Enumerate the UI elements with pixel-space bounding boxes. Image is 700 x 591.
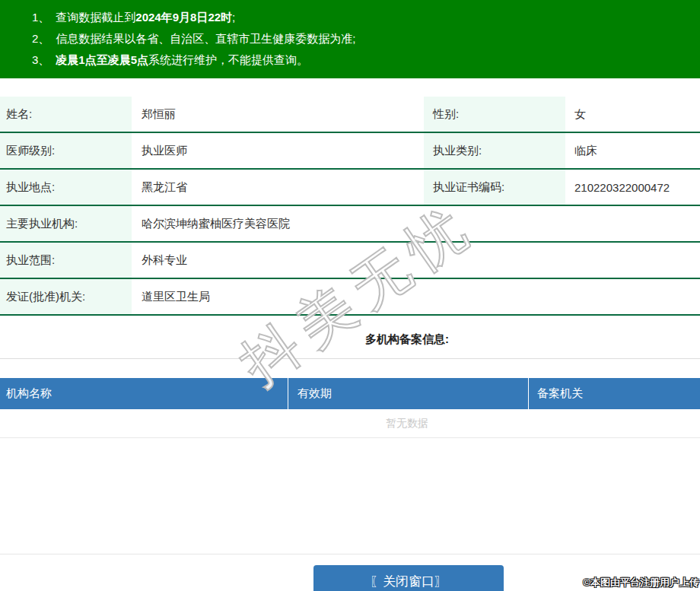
notice-line-bold-text: 凌晨1点至凌晨5点 — [56, 53, 148, 66]
table-row: 执业范围: 外科专业 — [0, 242, 700, 278]
notice-line-text: ; — [232, 11, 235, 24]
notice-panel: 1、查询数据截止到2024年9月8日22时; 2、信息数据结果以各省、自治区、直… — [0, 0, 700, 78]
notice-line-text: 系统进行维护，不能提供查询。 — [148, 53, 308, 66]
certificate-number-label: 执业证书编码: — [424, 169, 565, 205]
name-value: 郑恒丽 — [132, 97, 424, 132]
upload-stamp: ©本图由平台注册用户上传 — [583, 576, 699, 589]
table-row: 主要执业机构: 哈尔滨坤纳蜜柚医疗美容医院 — [0, 205, 700, 242]
filing-empty-text: 暂无数据 — [0, 409, 700, 438]
filing-col-institution: 机构名称 — [0, 378, 288, 409]
name-label: 姓名: — [0, 97, 132, 132]
filing-table-header: 机构名称 有效期 备案机关 — [0, 378, 700, 409]
divider — [0, 358, 700, 359]
notice-line-number: 2、 — [32, 32, 49, 45]
table-row: 姓名: 郑恒丽 性别: 女 — [0, 97, 700, 132]
practice-location-label: 执业地点: — [0, 169, 132, 205]
gender-label: 性别: — [424, 97, 565, 132]
divider — [0, 554, 700, 554]
issuing-authority-value: 道里区卫生局 — [132, 278, 700, 315]
gender-value: 女 — [565, 97, 700, 132]
notice-line-bold-text: 2024年9月8日22时 — [135, 11, 232, 24]
practice-type-label: 执业类别: — [424, 132, 565, 169]
practice-location-value: 黑龙江省 — [132, 169, 424, 205]
doctor-level-label: 医师级别: — [0, 132, 132, 169]
close-window-button[interactable]: 〖关闭窗口〗 — [313, 565, 504, 591]
practitioner-info-table: 姓名: 郑恒丽 性别: 女 医师级别: 执业医师 执业类别: 临床 执业地点: … — [0, 97, 700, 316]
practice-scope-label: 执业范围: — [0, 242, 132, 278]
table-row: 发证(批准)机关: 道里区卫生局 — [0, 278, 700, 315]
filing-section-title: 多机构备案信息: — [0, 332, 700, 347]
main-institution-label: 主要执业机构: — [0, 205, 132, 242]
filing-col-authority: 备案机关 — [528, 378, 700, 409]
notice-line-1: 1、查询数据截止到2024年9月8日22时; — [32, 7, 700, 28]
notice-line-number: 3、 — [32, 53, 49, 66]
doctor-level-value: 执业医师 — [132, 132, 424, 169]
certificate-number-value: 210220322000472 — [565, 169, 700, 205]
practice-scope-value: 外科专业 — [132, 242, 700, 278]
notice-line-number: 1、 — [32, 11, 49, 24]
table-row: 执业地点: 黑龙江省 执业证书编码: 210220322000472 — [0, 169, 700, 205]
notice-line-2: 2、信息数据结果以各省、自治区、直辖市卫生健康委数据为准; — [32, 28, 700, 49]
issuing-authority-label: 发证(批准)机关: — [0, 278, 132, 315]
notice-line-text: 信息数据结果以各省、自治区、直辖市卫生健康委数据为准; — [56, 32, 355, 45]
main-institution-value: 哈尔滨坤纳蜜柚医疗美容医院 — [132, 205, 700, 242]
practice-type-value: 临床 — [565, 132, 700, 169]
filing-col-validity: 有效期 — [288, 378, 528, 409]
table-row: 医师级别: 执业医师 执业类别: 临床 — [0, 132, 700, 169]
notice-line-3: 3、凌晨1点至凌晨5点系统进行维护，不能提供查询。 — [32, 49, 700, 71]
notice-line-text: 查询数据截止到 — [56, 11, 135, 24]
